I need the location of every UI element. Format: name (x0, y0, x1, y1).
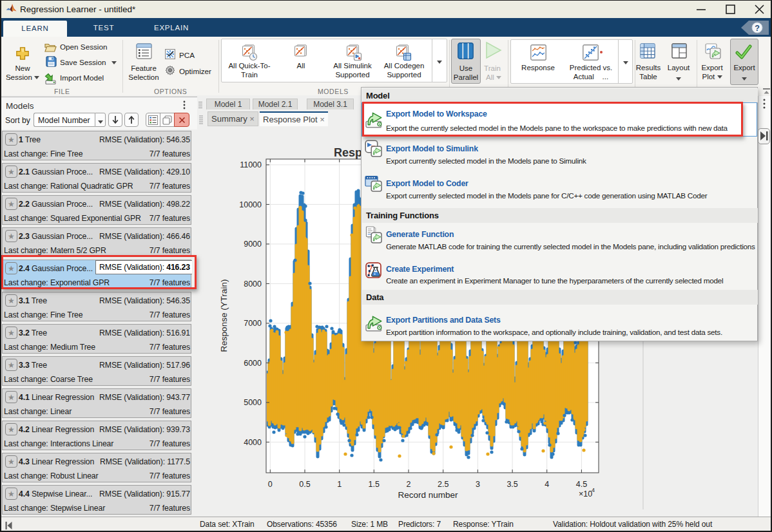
svg-text:Record number: Record number (398, 490, 458, 500)
svg-text:1: 1 (337, 480, 342, 489)
svg-text:4: 4 (592, 487, 595, 493)
svg-text:3.5: 3.5 (507, 480, 517, 489)
svg-text:4000: 4000 (244, 438, 262, 447)
svg-text:?: ? (755, 24, 760, 33)
svg-text:8000: 8000 (244, 280, 262, 289)
svg-text:3: 3 (476, 480, 480, 489)
svg-text:9000: 9000 (244, 240, 262, 249)
svg-text:5000: 5000 (244, 398, 262, 407)
svg-text:0: 0 (268, 480, 273, 489)
svg-text:10000: 10000 (239, 200, 262, 209)
svg-text:7000: 7000 (244, 319, 262, 328)
svg-text:0.5: 0.5 (299, 480, 310, 489)
svg-text:2.5: 2.5 (438, 480, 449, 489)
svg-text:1.5: 1.5 (369, 480, 380, 489)
svg-text:4: 4 (545, 480, 549, 489)
svg-text:Response (YTrain): Response (YTrain) (219, 280, 229, 352)
svg-text:11000: 11000 (240, 160, 262, 169)
svg-text:4.5: 4.5 (576, 480, 587, 489)
svg-text:6000: 6000 (244, 359, 262, 368)
svg-text:2: 2 (407, 480, 411, 489)
svg-text:×10: ×10 (579, 489, 592, 499)
